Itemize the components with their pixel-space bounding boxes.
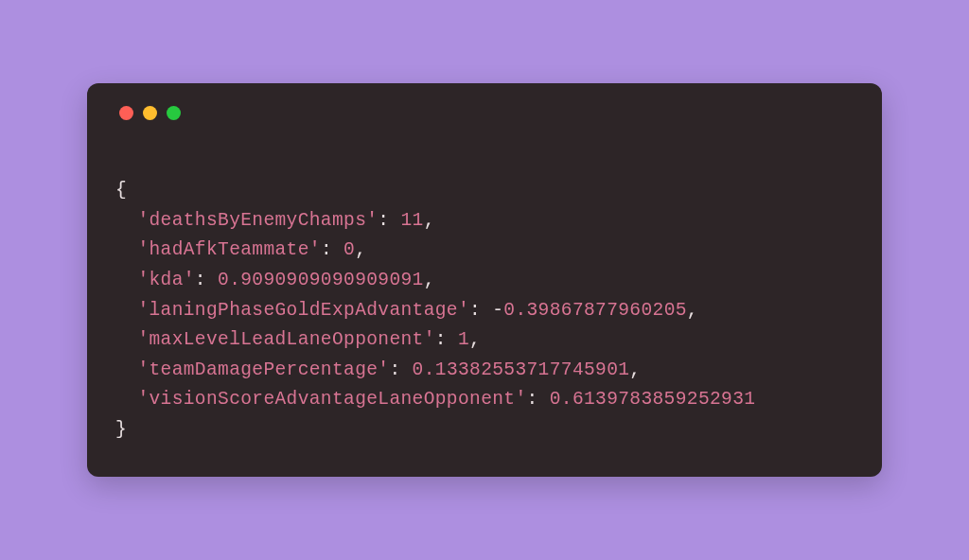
code-key: 'kda' [137,270,194,290]
separator: : [527,389,550,410]
code-value: 0.13382553717745901 [413,359,630,380]
minimize-icon[interactable] [143,106,157,120]
separator: : [389,359,412,380]
code-key: 'hadAfkTeammate' [137,239,320,260]
comma: , [469,329,481,350]
separator: : [469,300,492,321]
separator: : [321,239,344,260]
maximize-icon[interactable] [167,106,181,120]
neg-sign: - [492,300,503,321]
code-value: 0.6139783859252931 [550,389,756,410]
separator: : [435,329,458,350]
code-key: 'maxLevelLeadLaneOpponent' [137,329,434,350]
code-value: 0.39867877960205 [503,300,686,321]
code-value: 1 [458,329,469,350]
separator: : [378,210,400,231]
code-value: 0 [344,239,355,260]
comma: , [687,300,698,321]
traffic-lights [115,106,854,120]
close-icon[interactable] [119,106,133,120]
separator: : [195,270,218,290]
code-key: 'deathsByEnemyChamps' [137,210,378,231]
code-key: 'teamDamagePercentage' [137,359,389,380]
code-key: 'laningPhaseGoldExpAdvantage' [137,300,469,321]
comma: , [424,270,435,290]
code-key: 'visionScoreAdvantageLaneOpponent' [137,389,526,410]
close-brace: } [115,419,127,440]
code-value: 0.9090909090909091 [218,270,424,290]
comma: , [629,359,641,380]
code-value: 11 [401,210,424,231]
code-window: { 'deathsByEnemyChamps': 11, 'hadAfkTeam… [87,83,882,478]
open-brace: { [115,180,127,201]
comma: , [424,210,435,231]
comma: , [355,239,366,260]
code-block: { 'deathsByEnemyChamps': 11, 'hadAfkTeam… [115,147,854,446]
